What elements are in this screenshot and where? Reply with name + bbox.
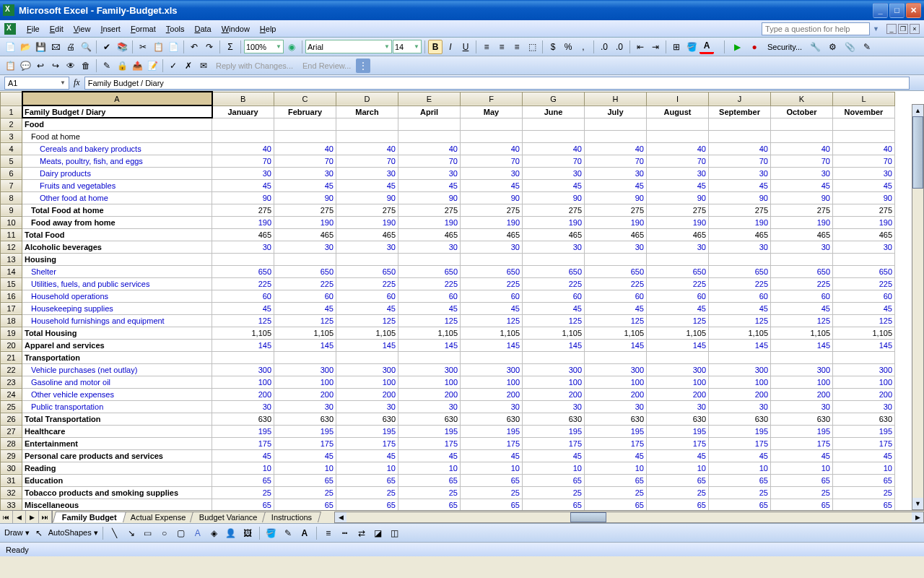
cell-K17[interactable]: 45	[771, 302, 833, 314]
cell-A18[interactable]: Household furnishings and equipment	[22, 314, 212, 327]
diagram-icon[interactable]: ◈	[207, 526, 222, 540]
cell-C33[interactable]: 65	[274, 499, 336, 510]
tab-next-icon[interactable]: ▶	[26, 511, 39, 523]
cell-B28[interactable]: 175	[212, 437, 274, 449]
row-header-8[interactable]: 8	[1, 191, 22, 204]
cell-D14[interactable]: 650	[336, 265, 398, 277]
cell-D1[interactable]: March	[336, 105, 398, 118]
cell-F2[interactable]	[461, 118, 523, 130]
cell-I21[interactable]	[647, 351, 709, 363]
cell-D7[interactable]: 45	[336, 179, 398, 191]
cell-J6[interactable]: 30	[709, 167, 771, 179]
cell-K25[interactable]: 30	[771, 400, 833, 413]
cell-I2[interactable]	[647, 118, 709, 130]
cell-J11[interactable]: 465	[709, 228, 771, 241]
cell-F11[interactable]: 465	[461, 228, 523, 241]
row-header-24[interactable]: 24	[1, 388, 22, 400]
cell-B2[interactable]	[212, 118, 274, 130]
col-header-C[interactable]: C	[274, 92, 336, 105]
scroll-right-icon[interactable]: ▶	[912, 512, 923, 522]
cell-I11[interactable]: 465	[647, 228, 709, 241]
cell-I6[interactable]: 30	[647, 167, 709, 179]
doc-close-button[interactable]: ×	[910, 24, 920, 34]
cell-J7[interactable]: 45	[709, 179, 771, 191]
row-header-11[interactable]: 11	[1, 228, 22, 241]
cell-I25[interactable]: 30	[647, 400, 709, 413]
cell-A7[interactable]: Fruits and vegetables	[22, 179, 212, 191]
cell-J27[interactable]: 195	[709, 425, 771, 437]
cell-B16[interactable]: 60	[212, 290, 274, 302]
cell-L29[interactable]: 45	[833, 449, 895, 462]
cell-H22[interactable]: 300	[585, 363, 647, 376]
cell-H4[interactable]: 40	[585, 142, 647, 155]
cell-E19[interactable]: 1,105	[398, 327, 461, 339]
cell-I24[interactable]: 200	[647, 388, 709, 400]
cell-A5[interactable]: Meats, poultry, fish, and eggs	[22, 155, 212, 167]
cell-H8[interactable]: 90	[585, 191, 647, 204]
cell-B26[interactable]: 630	[212, 413, 274, 425]
cell-F4[interactable]: 40	[461, 142, 523, 155]
cell-D24[interactable]: 200	[336, 388, 398, 400]
cell-J21[interactable]	[709, 351, 771, 363]
cell-D31[interactable]: 65	[336, 474, 398, 486]
cell-F30[interactable]: 10	[461, 462, 523, 474]
decrease-decimal-icon[interactable]: .0	[612, 40, 627, 54]
row-header-29[interactable]: 29	[1, 449, 22, 462]
cell-J32[interactable]: 25	[709, 486, 771, 499]
cell-I28[interactable]: 175	[647, 437, 709, 449]
cell-B32[interactable]: 25	[212, 486, 274, 499]
cell-L9[interactable]: 275	[833, 204, 895, 216]
cell-K6[interactable]: 30	[771, 167, 833, 179]
cell-B17[interactable]: 45	[212, 302, 274, 314]
menu-help[interactable]: Help	[255, 22, 282, 35]
cell-G14[interactable]: 650	[523, 265, 585, 277]
menu-format[interactable]: Format	[126, 22, 161, 35]
cell-E32[interactable]: 25	[398, 486, 461, 499]
cell-D3[interactable]	[336, 130, 398, 142]
cell-D27[interactable]: 195	[336, 425, 398, 437]
cell-L16[interactable]: 60	[833, 290, 895, 302]
cell-K13[interactable]	[771, 253, 833, 265]
record-icon[interactable]: ●	[747, 40, 762, 54]
cell-F3[interactable]	[461, 130, 523, 142]
reject-icon[interactable]: ✗	[181, 59, 196, 73]
cell-D28[interactable]: 175	[336, 437, 398, 449]
cell-I27[interactable]: 195	[647, 425, 709, 437]
redo-icon[interactable]: ↷	[202, 40, 217, 54]
cell-C31[interactable]: 65	[274, 474, 336, 486]
cell-G15[interactable]: 225	[523, 277, 585, 290]
cell-J16[interactable]: 60	[709, 290, 771, 302]
cell-I31[interactable]: 65	[647, 474, 709, 486]
cell-I22[interactable]: 300	[647, 363, 709, 376]
menu-data[interactable]: Data	[189, 22, 216, 35]
cell-J23[interactable]: 100	[709, 376, 771, 388]
cell-B29[interactable]: 45	[212, 449, 274, 462]
cell-G28[interactable]: 175	[523, 437, 585, 449]
cell-G31[interactable]: 65	[523, 474, 585, 486]
cell-K2[interactable]	[771, 118, 833, 130]
cell-H17[interactable]: 45	[585, 302, 647, 314]
cell-C18[interactable]: 125	[274, 314, 336, 327]
cell-H1[interactable]: July	[585, 105, 647, 118]
toolbar-options-icon[interactable]: ⋮	[356, 59, 370, 73]
cell-A33[interactable]: Miscellaneous	[22, 499, 212, 510]
cell-I20[interactable]: 145	[647, 339, 709, 351]
cell-J30[interactable]: 10	[709, 462, 771, 474]
shadow-icon[interactable]: ◪	[371, 526, 385, 540]
cell-G12[interactable]: 30	[523, 241, 585, 253]
cell-A11[interactable]: Total Food	[22, 228, 212, 241]
cell-H25[interactable]: 30	[585, 400, 647, 413]
autosum-icon[interactable]: Σ	[223, 40, 237, 54]
cell-A29[interactable]: Personal care products and services	[22, 449, 212, 462]
cell-I19[interactable]: 1,105	[647, 327, 709, 339]
draw-menu[interactable]: Draw ▾	[4, 528, 30, 538]
row-header-2[interactable]: 2	[1, 118, 22, 130]
cell-H32[interactable]: 25	[585, 486, 647, 499]
security-tool4-icon[interactable]: ✎	[860, 40, 874, 54]
cell-J29[interactable]: 45	[709, 449, 771, 462]
dash-style-icon[interactable]: ┅	[338, 526, 352, 540]
cell-I7[interactable]: 45	[647, 179, 709, 191]
help-icon[interactable]: ◉	[284, 40, 299, 54]
cell-G19[interactable]: 1,105	[523, 327, 585, 339]
wordart-icon[interactable]: A	[191, 526, 205, 540]
